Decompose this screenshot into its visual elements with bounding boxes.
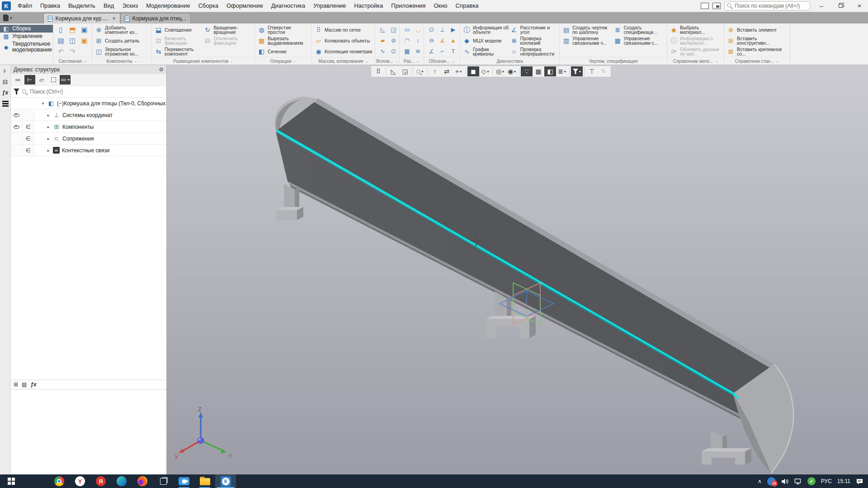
kompas-icon[interactable]: К: [215, 474, 236, 488]
nav-solid-modeling[interactable]: ◆Твердотельное моделирование: [0, 40, 53, 54]
zoom-tool-icon[interactable]: ▾: [414, 66, 426, 76]
volume-icon[interactable]: [781, 478, 789, 485]
fx-small-icon[interactable]: ƒx: [30, 381, 36, 388]
include-cell[interactable]: ∈: [23, 133, 34, 144]
chevron-down-icon[interactable]: ⌄: [365, 59, 368, 63]
note-flag-icon[interactable]: ▶: [448, 27, 458, 33]
menu-item-Правка[interactable]: Правка: [36, 0, 64, 12]
viewer-3d-icon[interactable]: [153, 474, 174, 488]
visibility-cell[interactable]: [11, 98, 23, 109]
textures-view-icon[interactable]: ◧: [544, 66, 556, 76]
dim-radial-icon[interactable]: ◠: [402, 38, 412, 44]
undo-icon[interactable]: ↶: [56, 48, 66, 55]
note-perp-icon[interactable]: ⊥: [438, 27, 447, 33]
note-angle-icon[interactable]: ∠: [427, 48, 436, 55]
edge-icon[interactable]: [111, 474, 132, 488]
distance-angle-button[interactable]: ∠Расстояние и угол: [510, 24, 558, 35]
tree-row[interactable]: ▸⊥Системы координат: [11, 109, 166, 121]
note-base-icon[interactable]: ⊖: [427, 38, 436, 44]
visibility-cell[interactable]: [11, 121, 23, 132]
aux-axis-icon[interactable]: ⊘: [389, 38, 398, 44]
chevron-down-icon[interactable]: ⌄: [134, 59, 137, 63]
start-button[interactable]: [0, 474, 23, 488]
rotation-rotation-button[interactable]: ↻Вращение-вращение: [204, 24, 253, 35]
snap-grid-icon[interactable]: ▦: [533, 66, 544, 76]
clock[interactable]: 15:11: [837, 478, 850, 484]
save-icon[interactable]: ▣: [80, 27, 89, 33]
antivirus-icon[interactable]: ✓: [807, 477, 816, 485]
chevron-down-icon[interactable]: ⌄: [452, 59, 455, 63]
object-info-button[interactable]: ⓘИнформация об объекте: [463, 24, 510, 35]
note-text-icon[interactable]: T: [448, 48, 458, 55]
eye-icon[interactable]: [14, 125, 19, 129]
menu-item-Эскиз[interactable]: Эскиз: [118, 0, 142, 12]
dim-wave-icon[interactable]: ≋: [413, 48, 423, 55]
foot-right[interactable]: [702, 430, 751, 465]
visibility-cell[interactable]: [11, 145, 23, 156]
dim-move-icon[interactable]: ↕: [413, 38, 423, 44]
parameters-panel-icon[interactable]: ⊟: [3, 79, 8, 85]
action-center-icon[interactable]: [856, 478, 863, 485]
menu-item-Диагностика[interactable]: Диагностика: [267, 0, 309, 12]
close-button[interactable]: ×: [852, 1, 867, 11]
menu-item-Настройка[interactable]: Настройка: [350, 0, 387, 12]
expander-icon[interactable]: ▾: [41, 101, 45, 106]
menu-item-Приложения[interactable]: Приложения: [387, 0, 429, 12]
note-mark-icon[interactable]: ⌐: [438, 48, 447, 55]
note-arrow-icon[interactable]: ▲: [448, 38, 458, 44]
include-cell[interactable]: ∈: [23, 145, 34, 156]
shaded-view-icon[interactable]: ◼: [467, 66, 479, 76]
inner-far-wall[interactable]: [277, 102, 770, 394]
minimize-button[interactable]: –: [814, 1, 829, 11]
tree-panel-icon[interactable]: ⊦: [4, 68, 7, 74]
gear-icon[interactable]: ⚙: [159, 66, 164, 73]
curvature-graph-button[interactable]: ∿График кривизны: [463, 46, 510, 57]
manage-linked-drawings-button[interactable]: ▥Управление связанными ч...: [562, 35, 614, 46]
create-drawing-button[interactable]: ▤Создать чертеж по шаблону: [562, 24, 614, 35]
filter-funnel-icon[interactable]: [14, 89, 19, 94]
include-cell[interactable]: [23, 109, 34, 121]
menu-item-Окно[interactable]: Окно: [429, 0, 451, 12]
print-icon[interactable]: ▤: [56, 38, 66, 44]
insert-constructive-button[interactable]: ⊞Вставить конструктивн...: [727, 35, 788, 46]
chevron-down-icon[interactable]: ⌄: [715, 59, 718, 63]
chevron-down-icon[interactable]: ⌄: [417, 59, 420, 63]
menu-item-Выделить[interactable]: Выделить: [64, 0, 99, 12]
aux-cs-icon[interactable]: ∅: [389, 48, 398, 55]
dim-table-icon[interactable]: ▦: [402, 48, 412, 55]
near-wall[interactable]: [276, 131, 747, 418]
tree-numbered-icon[interactable]: ≔: [13, 75, 24, 84]
insert-element-button[interactable]: ⊕Вставить элемент: [727, 24, 788, 35]
orient-model-icon[interactable]: ↑: [429, 66, 441, 76]
coincidence-button[interactable]: ⬓Совпадение: [155, 24, 204, 35]
expander-icon[interactable]: ▸: [46, 125, 51, 129]
tree-row[interactable]: ∈▸⊂Сопряжения: [11, 133, 166, 145]
manage-linked-specs-button[interactable]: ▦Управление связанными с...: [614, 35, 665, 46]
aux-surface-icon[interactable]: ▰: [378, 38, 387, 44]
toolbar-grip[interactable]: ⠿: [373, 66, 384, 76]
chevron-down-icon[interactable]: ⌄: [776, 59, 779, 63]
sketch-placement-icon[interactable]: ◲: [399, 66, 411, 76]
cut-extrude-button[interactable]: ▦Вырезать выдавливанием: [258, 35, 310, 46]
dim-arc-icon[interactable]: ◡: [413, 27, 423, 33]
layers-icon[interactable]: ≣▾: [556, 66, 568, 76]
create-part-button[interactable]: ⊞Создать деталь: [95, 35, 150, 46]
simple-hole-button[interactable]: ◍Отверстие простое: [258, 24, 310, 35]
continuity-check-button[interactable]: ∩Проверка непрерывности: [510, 46, 558, 57]
document-tab[interactable]: Кормушка для кур.а...×: [43, 13, 120, 23]
menu-item-Моделирование[interactable]: Моделирование: [142, 0, 194, 12]
aux-point-icon[interactable]: ◲: [389, 27, 398, 33]
menu-item-Сборка[interactable]: Сборка: [194, 0, 222, 12]
axes-tool-icon[interactable]: +▾: [453, 66, 464, 76]
expander-icon[interactable]: ▸: [46, 148, 51, 153]
home-menu-button[interactable]: ▾: [0, 12, 15, 23]
viewport-3d[interactable]: ⠿◺◲▾↑⇄+▾◼◇▾◎▾◉▾∵▦◧≣▾▾⊤✎: [167, 65, 868, 474]
aux-plane-icon[interactable]: ◺: [378, 27, 387, 33]
chrome-icon[interactable]: [49, 474, 70, 488]
language-indicator[interactable]: РУС: [821, 478, 832, 484]
eye-icon[interactable]: [14, 113, 19, 117]
tree-display-filter-icon[interactable]: ≔▾: [60, 75, 71, 84]
menu-item-Вид[interactable]: Вид: [99, 0, 118, 12]
sheet-small-icon[interactable]: ▤: [22, 381, 27, 388]
insert-fastener-button[interactable]: ⊠Вставить крепежное со...: [727, 46, 788, 57]
